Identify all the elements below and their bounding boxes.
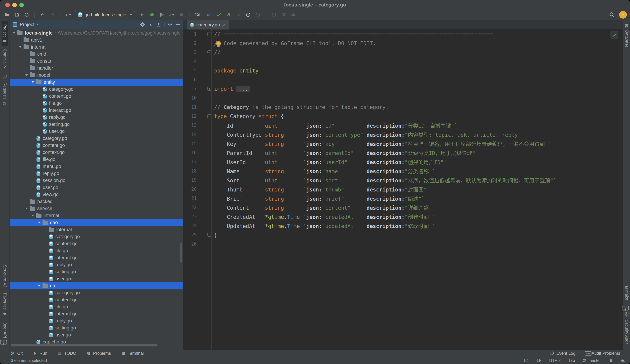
toolwindow-button-todo[interactable]: TODO [58, 351, 76, 356]
stripe-item-openapi[interactable]: OpenAPI/API [2, 319, 8, 347]
tree-item-session-go[interactable]: session.go [10, 177, 183, 184]
line-number[interactable]: 16 [183, 150, 197, 155]
tree-chevron-icon[interactable] [30, 215, 36, 216]
code-text[interactable]: } [214, 232, 217, 238]
chevron-down-icon[interactable] [36, 24, 39, 25]
tree-item-setting-go[interactable]: setting.go [10, 121, 183, 128]
run-button[interactable] [139, 11, 145, 18]
tree-item-user-go[interactable]: user.go [10, 184, 183, 191]
vertical-scrollbar[interactable] [180, 243, 182, 263]
synchronize-button[interactable] [24, 11, 30, 18]
tree-chevron-icon[interactable] [36, 285, 42, 287]
tree-item-internal[interactable]: internal [10, 212, 183, 219]
minimize-icon[interactable] [176, 22, 181, 27]
cloud-settings-widget[interactable]: ? [621, 359, 625, 363]
line-number[interactable]: 21 [183, 196, 197, 201]
tree-item-context-go[interactable]: context.go [10, 149, 183, 156]
line-number[interactable]: 4 [183, 59, 197, 64]
navigate-forward-button[interactable] [49, 11, 56, 18]
tree-item-reply-go[interactable]: reply.go [10, 317, 183, 324]
tree-chevron-icon[interactable] [42, 228, 48, 231]
line-number[interactable]: 22 [183, 205, 197, 210]
toolwindow-button-audit-problems[interactable]: /APIAudit Problems [585, 351, 620, 356]
line-number[interactable]: 19 [183, 178, 197, 183]
gear-icon[interactable] [167, 22, 172, 27]
tree-chevron-icon[interactable] [17, 46, 23, 48]
tree-item-file-go[interactable]: file.go [10, 100, 183, 107]
code-text[interactable]: // Code generated by GoFrame CLI tool. D… [214, 40, 376, 46]
tree-item-packed[interactable]: packed [10, 198, 183, 205]
inspections-ok-widget[interactable] [610, 31, 618, 39]
tree-item-interact-go[interactable]: interact.go [10, 107, 183, 114]
tree-item-user-go[interactable]: user.go [10, 128, 183, 135]
horizontal-scrollbar[interactable] [11, 344, 158, 347]
tree-item-service[interactable]: service [10, 205, 183, 212]
tree-item-handler[interactable]: handler [10, 65, 183, 72]
run-with-coverage-button[interactable] [158, 11, 165, 18]
line-number[interactable]: 14 [183, 132, 197, 137]
tree-item-category-go[interactable]: category.go [10, 233, 183, 240]
stripe-item-database[interactable]: Database [624, 21, 630, 50]
tree-item-category-go[interactable]: category.go [10, 86, 183, 93]
tree-item-focus-single[interactable]: focus-single~/Workspace/Go/GOPATH/src/gi… [10, 29, 183, 36]
code-text[interactable]: ParentId uint `json:"parentId" descripti… [214, 149, 478, 157]
tree-chevron-icon[interactable] [17, 39, 23, 41]
stripe-item-api-security-audit[interactable]: /APIAPI Security Audit [624, 303, 630, 347]
save-all-button[interactable] [14, 11, 20, 18]
stripe-item-favorites[interactable]: Favorites [2, 290, 8, 319]
tree-item-user-go[interactable]: user.go [10, 275, 183, 282]
tree-item-reply-go[interactable]: reply.go [10, 114, 183, 121]
tree-item-view-go[interactable]: view.go [10, 191, 183, 198]
line-number[interactable]: 7 [183, 86, 197, 91]
stripe-item-project[interactable]: Project [2, 21, 8, 46]
toolwindow-button-problems[interactable]: Problems [86, 351, 111, 356]
code-text[interactable]: Brief string `json:"brief" description:"… [214, 194, 425, 202]
tree-item-consts[interactable]: consts [10, 58, 183, 65]
tree-item-user-go[interactable]: user.go [10, 331, 183, 338]
code-text[interactable]: package entity [214, 68, 258, 74]
toolwindow-button-event-log[interactable]: Event Log [550, 351, 575, 356]
code-text[interactable]: Name string `json:"name" description:"分类… [214, 167, 435, 175]
caret-position-widget[interactable]: 1:1 [524, 358, 529, 363]
line-number[interactable]: 26 [183, 241, 197, 247]
tree-item-dao[interactable]: dao [10, 219, 183, 226]
toolwindow-button-run[interactable]: Run [33, 351, 47, 356]
stripe-item-make[interactable]: Mmake [624, 281, 630, 303]
stripe-item-pull-requests[interactable]: Pull Requests [2, 72, 8, 109]
code-text[interactable]: CreatedAt *gtime.Time `json:"createdAt" … [214, 213, 435, 220]
code-text[interactable]: Content string `json:"content" descripti… [214, 203, 435, 211]
line-number[interactable]: 13 [183, 123, 197, 128]
tree-item-dto[interactable]: dto [10, 282, 183, 289]
line-number[interactable]: 17 [183, 159, 197, 165]
code-text[interactable]: Thumb string `json:"thumb" description:"… [214, 185, 430, 193]
tab-category-go[interactable]: category.go × [187, 20, 229, 29]
tree-item-apiv1[interactable]: apiv1 [10, 36, 183, 43]
target-icon[interactable] [140, 22, 145, 27]
code-text[interactable]: // =====================================… [214, 49, 494, 55]
toolwindow-switcher-icon[interactable] [3, 358, 8, 363]
debug-button[interactable] [149, 11, 155, 18]
line-number[interactable]: 18 [183, 168, 197, 174]
collapse-all-icon[interactable] [156, 22, 161, 27]
tree-item-content-go[interactable]: content.go [10, 93, 183, 100]
tree-item-reply-go[interactable]: reply.go [10, 170, 183, 177]
push-button[interactable] [225, 11, 232, 18]
tree-item-category-go[interactable]: category.go [10, 135, 183, 142]
tree-chevron-icon[interactable] [24, 67, 30, 69]
rollback-button[interactable] [255, 11, 261, 18]
line-number[interactable]: 5 [183, 68, 197, 73]
tree-chevron-icon[interactable] [24, 208, 30, 209]
update-available-badge[interactable] [619, 11, 627, 19]
line-number[interactable]: 6 [183, 77, 197, 82]
expand-all-icon[interactable] [148, 22, 153, 27]
tree-chevron-icon[interactable] [24, 60, 30, 62]
update-project-button[interactable] [206, 11, 212, 18]
tree-item-file-go[interactable]: file.go [10, 303, 183, 310]
find-in-files-button[interactable] [280, 11, 287, 18]
tree-item-content-go[interactable]: content.go [10, 142, 183, 149]
line-number[interactable]: 1 [183, 31, 197, 37]
line-number[interactable]: 15 [183, 141, 197, 146]
line-number[interactable]: 3 [183, 50, 197, 55]
encoding-widget[interactable]: UTF-8 [549, 358, 560, 363]
tree-chevron-icon[interactable] [24, 53, 30, 55]
